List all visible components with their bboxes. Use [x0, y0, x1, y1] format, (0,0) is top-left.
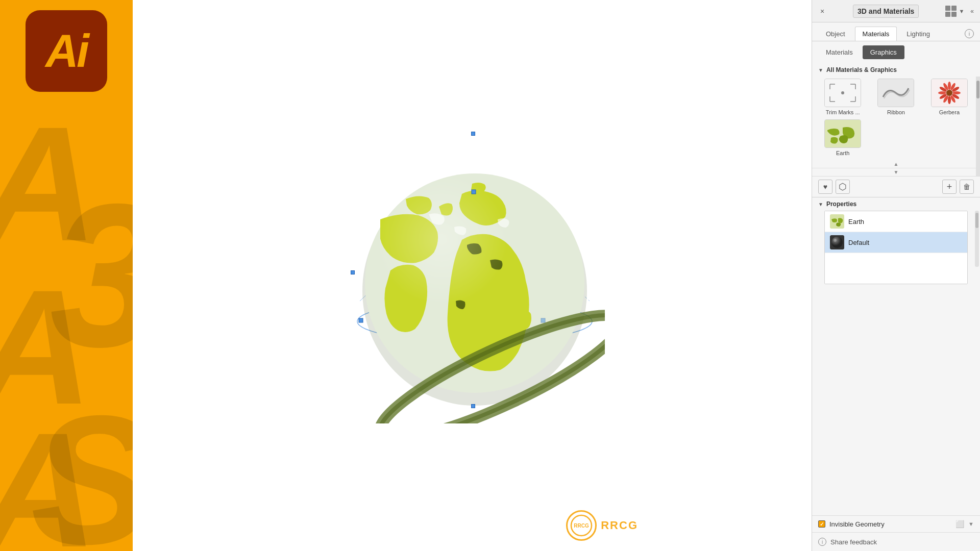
- materials-wrapper: Trim Marks ... Ribbon: [812, 77, 980, 176]
- material-gerbera-thumb: [931, 79, 968, 107]
- panel-collapse-button[interactable]: «: [970, 8, 974, 15]
- ai-logo-text: Ai: [45, 28, 87, 74]
- svg-point-39: [946, 90, 952, 96]
- panel-title: 3D and Materials: [853, 5, 919, 18]
- tab-object[interactable]: Object: [818, 27, 853, 41]
- invisible-geometry-row: ✓ Invisible Geometry ⬜ ▼: [812, 515, 980, 532]
- svg-point-16: [841, 91, 844, 94]
- materials-scrollbar-thumb: [976, 81, 979, 98]
- properties-chevron: ▼: [818, 202, 823, 207]
- material-ribbon-thumb: [877, 79, 914, 107]
- invisible-geometry-page-icon[interactable]: ⬜: [955, 520, 964, 528]
- svg-point-27: [948, 82, 951, 90]
- tab-lighting[interactable]: Lighting: [899, 27, 938, 41]
- materials-grid: Trim Marks ... Ribbon: [812, 77, 980, 160]
- materials-scrollbar[interactable]: [976, 77, 980, 176]
- feedback-info-icon: i: [818, 538, 826, 546]
- material-gerbera-label: Gerbera: [939, 109, 960, 115]
- top-tabs: Object Materials Lighting i: [812, 22, 980, 41]
- svg-point-46: [834, 239, 837, 242]
- scroll-arrow-up[interactable]: ▲: [812, 160, 980, 168]
- bg-letter-s: S: [31, 388, 133, 551]
- panel-top-controls: ▼ «: [945, 6, 974, 17]
- share-feedback-row: i Share feedback: [812, 532, 980, 551]
- properties-scrollbar[interactable]: [975, 211, 979, 267]
- ai-logo: Ai: [26, 10, 107, 92]
- material-ribbon-label: Ribbon: [887, 109, 905, 115]
- grid-cell: [951, 6, 957, 11]
- selection-handle-left: [351, 270, 355, 274]
- grid-cell: [945, 12, 950, 17]
- svg-point-45: [831, 237, 843, 248]
- group-button[interactable]: ⬡: [836, 180, 850, 194]
- sub-tab-graphics[interactable]: Graphics: [863, 45, 904, 59]
- sub-tabs: Materials Graphics: [812, 41, 980, 63]
- view-dropdown-arrow[interactable]: ▼: [959, 8, 964, 14]
- bg-decoration: A A A 3 S: [0, 71, 133, 551]
- selection-handle-bottom: [471, 404, 475, 408]
- property-empty: [825, 253, 967, 284]
- material-gerbera[interactable]: Gerbera: [925, 79, 974, 115]
- invisible-geometry-checkbox[interactable]: ✓: [818, 520, 825, 528]
- invisible-geometry-chevron[interactable]: ▼: [968, 521, 974, 527]
- property-earth-name: Earth: [848, 218, 864, 226]
- invisible-geometry-label: Invisible Geometry: [829, 520, 951, 528]
- action-buttons-row: ♥ ⬡ + 🗑: [812, 176, 980, 197]
- grid-cell: [951, 12, 957, 17]
- properties-list: Earth: [824, 211, 968, 284]
- globe-svg: [339, 128, 605, 423]
- scroll-arrow-down[interactable]: ▼: [812, 168, 980, 176]
- svg-rect-11: [359, 318, 363, 322]
- all-materials-label: All Materials & Graphics: [826, 66, 897, 73]
- material-earth[interactable]: Earth: [818, 119, 867, 156]
- main-canvas: RRCG RRCG: [133, 0, 812, 551]
- material-trim-thumb: [824, 79, 861, 107]
- globe-container: [339, 128, 605, 423]
- properties-header[interactable]: ▼ Properties: [812, 197, 980, 211]
- svg-rect-12: [541, 318, 545, 322]
- properties-label: Properties: [826, 201, 856, 208]
- right-panel: × 3D and Materials ▼ « Object Materials …: [812, 0, 980, 551]
- grid-view-button[interactable]: [945, 6, 957, 17]
- watermark-text: RRCG: [601, 519, 638, 532]
- properties-section: ▼ Properties Earth: [812, 197, 980, 515]
- properties-scrollbar-thumb: [975, 213, 978, 228]
- selection-handle-top: [471, 132, 475, 136]
- material-earth-label: Earth: [836, 150, 849, 156]
- property-row-default[interactable]: Default: [825, 232, 967, 253]
- grid-cell: [945, 6, 950, 11]
- material-earth-thumb: [824, 119, 861, 148]
- section-chevron: ▼: [818, 67, 823, 73]
- svg-rect-9: [472, 190, 476, 194]
- property-earth-thumb: [830, 214, 844, 229]
- property-default-name: Default: [848, 239, 869, 246]
- favorites-button[interactable]: ♥: [818, 180, 832, 194]
- material-ribbon[interactable]: Ribbon: [871, 79, 920, 115]
- bg-letter-3: 3: [50, 173, 133, 378]
- info-icon[interactable]: i: [965, 29, 974, 38]
- all-materials-header[interactable]: ▼ All Materials & Graphics: [812, 63, 980, 77]
- property-row-earth[interactable]: Earth: [825, 211, 967, 232]
- share-feedback-label[interactable]: Share feedback: [830, 538, 877, 546]
- svg-point-30: [952, 91, 961, 94]
- svg-point-36: [938, 91, 946, 94]
- material-trim-label: Trim Marks ...: [826, 109, 860, 115]
- delete-button[interactable]: 🗑: [960, 180, 974, 194]
- tab-materials[interactable]: Materials: [855, 27, 897, 41]
- svg-point-33: [948, 96, 951, 104]
- watermark-logo: RRCG: [566, 510, 597, 541]
- panel-header: × 3D and Materials ▼ «: [812, 0, 980, 22]
- watermark: RRCG RRCG: [566, 510, 638, 541]
- panel-close-button[interactable]: ×: [818, 7, 826, 15]
- properties-list-container: Earth: [818, 211, 974, 267]
- svg-text:RRCG: RRCG: [574, 523, 589, 529]
- add-button[interactable]: +: [942, 180, 957, 194]
- sub-tab-materials[interactable]: Materials: [818, 45, 861, 59]
- property-default-thumb: [830, 235, 844, 249]
- material-trim-marks[interactable]: Trim Marks ...: [818, 79, 867, 115]
- left-sidebar: Ai A A A 3 S: [0, 0, 133, 551]
